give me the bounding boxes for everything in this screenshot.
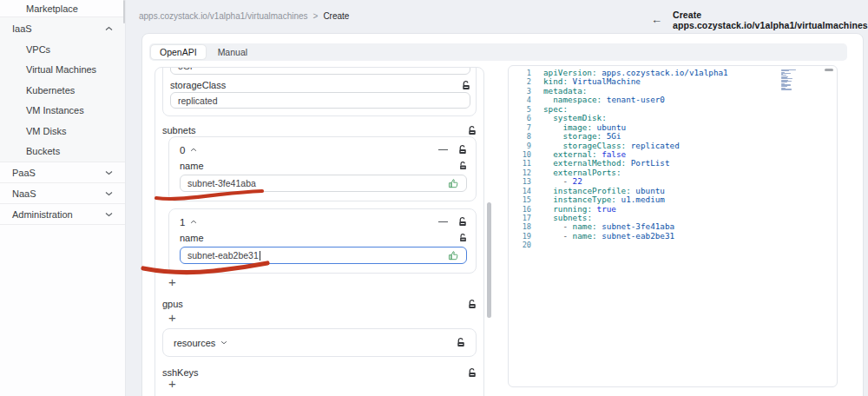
subnet-1-name-value: subnet-eab2be31 (187, 250, 259, 261)
code-lines: 1apiVersion: apps.cozystack.io/v1alpha12… (509, 69, 837, 250)
sidebar-section-label: PaaS (12, 168, 36, 178)
lock-icon[interactable] (458, 217, 467, 227)
line-number: 9 (509, 142, 531, 150)
sidebar-section-header-paas[interactable]: PaaS (0, 162, 125, 183)
minimap[interactable] (781, 69, 812, 92)
chevron-up-icon (190, 148, 197, 152)
line-number: 10 (509, 150, 531, 159)
sidebar-section-iaas: IaaS VPCs Virtual Machines Kubernetes VM… (0, 17, 125, 162)
chevron-down-icon (220, 340, 227, 345)
sidebar-item-label: VM Instances (26, 105, 84, 116)
subnet-item-0-header[interactable]: 0 (180, 142, 467, 158)
subnet-1-name-input[interactable]: subnet-eab2be31 (180, 247, 467, 264)
line-number: 17 (509, 214, 531, 222)
code-text (531, 241, 543, 249)
sidebar-item-label: Kubernetes (26, 85, 75, 96)
subnet-item-index: 0 (180, 145, 185, 155)
page-title: Create apps.cozystack.io/v1alpha1/virtua… (673, 10, 868, 30)
storageclass-input[interactable]: replicated (170, 92, 470, 109)
add-gpu-button[interactable]: + (168, 311, 176, 324)
resources-section-header[interactable]: resources (162, 328, 477, 357)
openapi-form-panel: 5Gi storageClass replicated subnets 0 (155, 67, 484, 396)
sidebar-section-header-iaas[interactable]: IaaS (0, 17, 125, 39)
sidebar-section-header-naas[interactable]: NaaS (0, 183, 125, 204)
storage-input-value: 5Gi (178, 67, 192, 71)
thumbs-up-icon[interactable] (448, 250, 459, 261)
subnet-item-1-header[interactable]: 1 (180, 214, 467, 230)
line-number: 20 (509, 241, 531, 249)
lock-icon[interactable] (458, 145, 467, 155)
chevron-down-icon (105, 212, 113, 217)
sidebar-item-vm-disks[interactable]: VM Disks (0, 121, 125, 142)
storageclass-label: storageClass (170, 80, 226, 90)
chevron-down-icon (105, 170, 113, 175)
lock-icon[interactable] (468, 126, 477, 135)
tab-openapi[interactable]: OpenAPI (151, 45, 206, 59)
code-text: - name: subnet-eab2be31 (531, 232, 674, 241)
line-number: 19 (509, 232, 531, 241)
sidebar-section-label: NaaS (12, 188, 36, 199)
line-number: 11 (509, 159, 531, 168)
systemdisk-group-card: 5Gi storageClass replicated (162, 67, 477, 116)
chevron-up-icon (105, 26, 113, 31)
chevron-down-icon (105, 191, 113, 196)
sidebar-item-label: VPCs (26, 44, 50, 55)
line-number: 4 (509, 96, 531, 104)
line-number: 12 (509, 168, 531, 177)
subnet-item-1-name-row: name (180, 231, 467, 244)
yaml-editor[interactable]: 1apiVersion: apps.cozystack.io/v1alpha12… (508, 65, 838, 387)
sidebar-item-marketplace[interactable]: Marketplace (0, 0, 125, 17)
subnets-label: subnets (162, 125, 196, 135)
line-number: 16 (509, 205, 531, 214)
lock-icon[interactable] (468, 300, 477, 309)
lock-icon[interactable] (457, 338, 465, 347)
tab-bar: OpenAPI Manual (149, 43, 847, 61)
lock-icon[interactable] (459, 234, 467, 242)
text-caret (260, 251, 260, 261)
code-line: 19 - name: subnet-eab2be31 (509, 232, 837, 241)
sshkeys-label-row: sshKeys (162, 366, 477, 379)
lock-icon[interactable] (468, 368, 477, 378)
subnet-0-name-input[interactable]: subnet-3fe41aba (180, 175, 467, 192)
line-number: 14 (509, 187, 531, 195)
remove-item-button[interactable] (438, 217, 448, 227)
back-arrow-icon[interactable]: ← (651, 14, 662, 26)
sidebar-item-label: Buckets (26, 146, 60, 156)
page-header: ← Create apps.cozystack.io/v1alpha1/virt… (651, 10, 868, 30)
line-number: 3 (509, 87, 531, 96)
line-number: 1 (509, 69, 531, 77)
breadcrumb-path-link[interactable]: apps.cozystack.io/v1alpha1/virtualmachin… (139, 11, 308, 21)
sidebar-item-virtual-machines[interactable]: Virtual Machines (0, 60, 125, 81)
sidebar-section-header-administration[interactable]: Administration (0, 204, 125, 225)
subnet-item-index: 1 (180, 217, 185, 228)
editor-scrollbar-thumb[interactable] (825, 69, 833, 71)
remove-item-button[interactable] (438, 145, 448, 155)
breadcrumb-separator: > (313, 11, 319, 21)
sidebar-item-vpcs[interactable]: VPCs (0, 39, 125, 60)
storageclass-label-row: storageClass (170, 79, 470, 91)
name-label: name (180, 233, 204, 243)
sidebar-item-vm-instances[interactable]: VM Instances (0, 101, 125, 122)
add-sshkey-button[interactable]: + (168, 377, 176, 390)
lock-icon[interactable] (462, 81, 470, 90)
gpus-label-row: gpus (162, 298, 477, 310)
line-number: 5 (509, 105, 531, 114)
sidebar-item-kubernetes[interactable]: Kubernetes (0, 80, 125, 101)
name-label: name (180, 161, 204, 171)
subnet-item-1-card: 1 name subnet-eab2be31 (168, 208, 477, 274)
code-line: 20 (509, 241, 837, 249)
sidebar: Marketplace IaaS VPCs Virtual Machines K… (0, 0, 126, 396)
form-scrollbar-thumb[interactable] (487, 202, 491, 318)
lock-icon[interactable] (459, 162, 467, 170)
subnets-label-row: subnets (162, 124, 477, 136)
add-subnet-button[interactable]: + (168, 275, 176, 288)
storage-input[interactable]: 5Gi (170, 67, 470, 75)
sidebar-item-label: Virtual Machines (26, 64, 96, 75)
sidebar-scrollbar[interactable] (123, 0, 126, 23)
gpus-label: gpus (162, 299, 183, 309)
thumbs-up-icon[interactable] (448, 178, 459, 189)
sidebar-item-buckets[interactable]: Buckets (0, 142, 125, 162)
tab-manual[interactable]: Manual (209, 45, 256, 59)
resources-label: resources (174, 338, 215, 348)
subnet-0-name-value: subnet-3fe41aba (187, 178, 256, 188)
